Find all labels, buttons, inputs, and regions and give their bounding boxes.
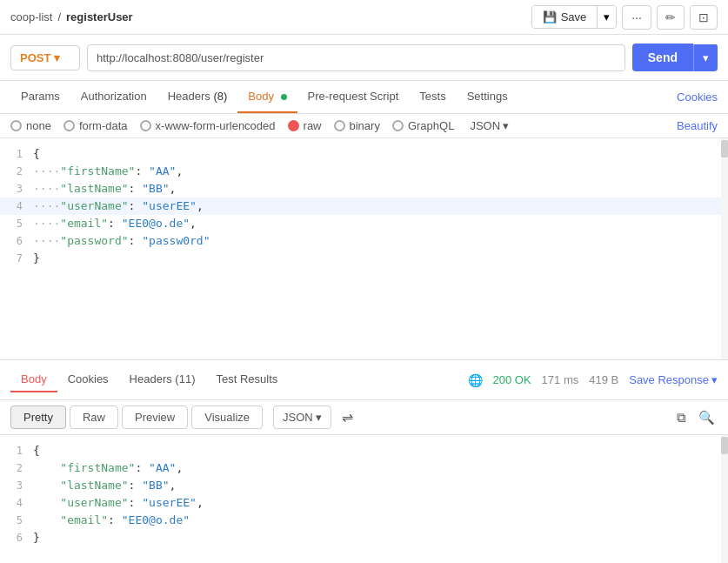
code-line: 7 } [0, 250, 728, 267]
method-select[interactable]: POST ▾ [10, 45, 80, 70]
radio-none [10, 120, 22, 131]
breadcrumb: coop-list / registerUser [10, 10, 133, 23]
top-bar-actions: 💾 Save ▾ ··· ✏ ⊡ [531, 5, 718, 30]
tab-body[interactable]: Body [237, 81, 297, 113]
resp-scrollbar-thumb[interactable] [721, 437, 728, 454]
response-tabs: Body Cookies Headers (11) Test Results [10, 367, 459, 392]
tabs-right: Cookies [677, 90, 718, 104]
send-caret-button[interactable]: ▾ [693, 44, 718, 71]
radio-binary [334, 120, 345, 131]
save-button[interactable]: 💾 Save [532, 6, 598, 28]
resp-tab-headers[interactable]: Headers (11) [119, 367, 206, 392]
response-time: 171 ms [542, 373, 579, 386]
code-line: 2 ····"firstName": "AA", [0, 163, 728, 180]
breadcrumb-sep: / [57, 10, 61, 23]
beautify-button[interactable]: Beautify [677, 119, 718, 132]
radio-graphql [392, 120, 404, 131]
tab-tests[interactable]: Tests [409, 81, 456, 113]
save-button-group: 💾 Save ▾ [531, 5, 618, 29]
tab-headers[interactable]: Headers (8) [157, 81, 238, 113]
resp-action-icons: ⧉ 🔍 [674, 407, 718, 428]
top-bar: coop-list / registerUser 💾 Save ▾ ··· ✏ … [0, 0, 728, 35]
tab-settings[interactable]: Settings [457, 81, 518, 113]
body-type-form-data[interactable]: form-data [63, 119, 128, 132]
resp-scrollbar-track[interactable] [721, 435, 728, 563]
scrollbar-thumb[interactable] [721, 140, 728, 158]
save-caret-button[interactable]: ▾ [597, 6, 616, 28]
layout-icon-button[interactable]: ⊡ [690, 5, 718, 30]
search-icon-button[interactable]: 🔍 [696, 407, 718, 428]
body-type-right: Beautify [677, 119, 718, 132]
json-format-caret: ▾ [503, 119, 509, 132]
layout-icon: ⊡ [698, 10, 709, 24]
tab-authorization[interactable]: Authorization [70, 81, 157, 113]
resp-type-pretty[interactable]: Pretty [10, 405, 66, 429]
response-status-bar: Body Cookies Headers (11) Test Results 🌐… [0, 360, 728, 400]
resp-tab-test-results[interactable]: Test Results [205, 367, 288, 392]
resp-tab-body[interactable]: Body [10, 367, 57, 392]
code-line: 6 ····"password": "passw0rd" [0, 232, 728, 250]
code-line: 4 ····"userName": "userEE", [0, 198, 728, 215]
resp-code-line: 5 "email": "EE0@o.de" [0, 512, 728, 529]
resp-code-line: 2 "firstName": "AA", [0, 459, 728, 477]
method-caret: ▾ [54, 51, 60, 64]
globe-icon: 🌐 [468, 373, 483, 387]
resp-type-preview[interactable]: Preview [122, 405, 188, 429]
json-format-label: JSON [470, 119, 500, 132]
method-label: POST [20, 51, 50, 64]
response-size: 419 B [589, 373, 618, 386]
scrollbar-track[interactable] [721, 138, 728, 359]
send-button-group: Send ▾ [632, 44, 718, 71]
tab-prerequest[interactable]: Pre-request Script [297, 81, 410, 113]
body-type-raw[interactable]: raw [288, 119, 322, 132]
breadcrumb-current: registerUser [66, 10, 133, 23]
status-info: 🌐 200 OK 171 ms 419 B Save Response ▾ [468, 373, 718, 387]
radio-urlencoded [140, 120, 151, 131]
filter-button[interactable]: ⇌ [342, 409, 353, 426]
body-type-urlencoded[interactable]: x-www-form-urlencoded [140, 119, 276, 132]
status-code: 200 OK [493, 373, 531, 386]
breadcrumb-parent[interactable]: coop-list [10, 10, 52, 23]
save-icon: 💾 [543, 10, 557, 23]
resp-json-caret: ▾ [316, 411, 322, 424]
save-response-button[interactable]: Save Response ▾ [629, 373, 718, 386]
copy-icon-button[interactable]: ⧉ [674, 407, 689, 428]
resp-code-line: 6 } [0, 529, 728, 546]
resp-tab-cookies[interactable]: Cookies [57, 367, 119, 392]
resp-code-line: 1 { [0, 442, 728, 459]
resp-type-raw[interactable]: Raw [70, 405, 118, 429]
request-bar: POST ▾ Send ▾ [0, 35, 728, 81]
body-type-binary[interactable]: binary [334, 119, 380, 132]
more-button[interactable]: ··· [622, 5, 651, 30]
body-type-none[interactable]: none [10, 119, 51, 132]
request-tabs: Params Authorization Headers (8) Body Pr… [0, 81, 728, 114]
send-button[interactable]: Send [632, 44, 693, 71]
code-line: 5 ····"email": "EE0@o.de", [0, 215, 728, 232]
edit-icon-button[interactable]: ✏ [657, 5, 685, 30]
resp-type-visualize[interactable]: Visualize [191, 405, 263, 429]
request-body-editor[interactable]: 1 { 2 ····"firstName": "AA", 3 ····"last… [0, 138, 728, 360]
resp-json-label: JSON [283, 411, 313, 424]
radio-raw [288, 120, 299, 131]
response-type-row: Pretty Raw Preview Visualize JSON ▾ ⇌ ⧉ … [0, 400, 728, 435]
body-type-graphql[interactable]: GraphQL [392, 119, 454, 132]
radio-form-data [63, 120, 75, 131]
body-type-row: none form-data x-www-form-urlencoded raw… [0, 114, 728, 138]
response-body-editor: 1 { 2 "firstName": "AA", 3 "lastName": "… [0, 435, 728, 563]
cookies-link[interactable]: Cookies [677, 82, 718, 112]
json-format-select[interactable]: JSON ▾ [470, 119, 509, 132]
code-line: 3 ····"lastName": "BB", [0, 180, 728, 198]
url-input[interactable] [87, 44, 625, 71]
resp-json-select[interactable]: JSON ▾ [273, 405, 331, 429]
save-label: Save [561, 10, 587, 23]
resp-code-line: 3 "lastName": "BB", [0, 477, 728, 494]
code-line: 1 { [0, 145, 728, 163]
resp-code-line: 4 "userName": "userEE", [0, 494, 728, 512]
tab-params[interactable]: Params [10, 81, 70, 113]
